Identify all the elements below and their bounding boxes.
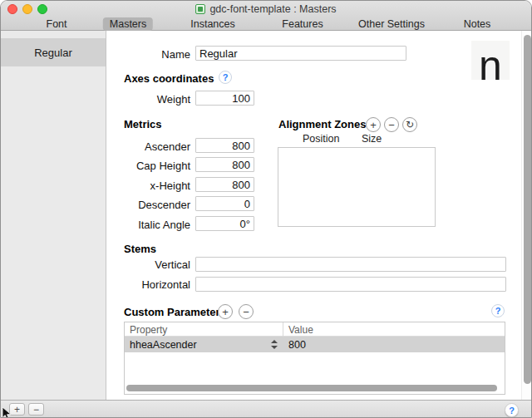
descender-input[interactable] (195, 196, 254, 211)
tab-notes[interactable]: Notes (457, 17, 498, 31)
sidebar-item-regular[interactable]: Regular (1, 38, 106, 66)
tab-other-settings[interactable]: Other Settings (352, 17, 431, 31)
vertical-stems-label: Vertical (99, 258, 190, 271)
footer-bar: + − ? (1, 400, 531, 418)
zones-position-header: Position (303, 133, 339, 145)
value-column-header: Value (288, 324, 313, 336)
custom-parameter-table: Property Value hheaAscender 800 (124, 322, 505, 395)
question-mark-icon: ? (509, 406, 515, 416)
horizontal-stems-label: Horizontal (99, 278, 190, 291)
table-row[interactable]: hheaAscender 800 (125, 337, 505, 352)
metrics-section-title: Metrics (124, 118, 162, 130)
italic-angle-input[interactable] (195, 216, 254, 231)
glyph-preview-letter: n (479, 55, 502, 78)
tab-font[interactable]: Font (39, 17, 73, 31)
title-bar: gdc-font-template : Masters (1, 1, 531, 17)
parameter-add-button[interactable]: + (218, 304, 233, 319)
axes-help-button[interactable]: ? (219, 71, 232, 84)
ascender-label: Ascender (99, 140, 190, 153)
app-window: gdc-font-template : Masters Font Masters… (0, 0, 532, 418)
minus-icon: − (243, 307, 249, 317)
tab-instances[interactable]: Instances (184, 17, 242, 31)
alignment-zones-list[interactable] (278, 147, 436, 227)
plus-icon: + (222, 307, 229, 317)
remove-master-button[interactable]: − (28, 403, 44, 416)
window-title: gdc-font-template : Masters (209, 3, 336, 15)
axes-section-title: Axes coordinates (124, 72, 214, 85)
vertical-scrollbar-thumb[interactable] (524, 35, 531, 384)
weight-label: Weight (99, 93, 190, 106)
mouse-cursor-icon (2, 407, 12, 418)
vertical-stems-input[interactable] (195, 257, 506, 272)
ascender-input[interactable] (195, 138, 254, 153)
italic-angle-label: Italic Angle (99, 219, 190, 231)
sidebar-item-label: Regular (34, 47, 72, 59)
glyph-preview: n (471, 41, 510, 80)
minus-icon: − (388, 120, 395, 130)
tab-masters[interactable]: Masters (103, 17, 153, 31)
tab-bar: Font Masters Instances Features Other Se… (1, 17, 531, 31)
property-column-header: Property (130, 324, 167, 336)
tab-features[interactable]: Features (275, 17, 329, 31)
master-settings-panel: Name n Axes coordinates ? Weight Metrics… (107, 31, 532, 400)
cap-height-label: Cap Height (99, 160, 190, 172)
alignment-zones-title: Alignment Zones (278, 118, 366, 130)
column-divider (283, 322, 283, 337)
horizontal-stems-input[interactable] (195, 277, 506, 292)
parameter-remove-button[interactable]: − (239, 304, 254, 319)
zones-size-header: Size (362, 133, 382, 145)
horizontal-scrollbar-thumb[interactable] (126, 385, 497, 391)
stems-section-title: Stems (124, 243, 156, 255)
descender-label: Descender (99, 199, 190, 211)
table-header: Property Value (125, 322, 505, 337)
masters-sidebar: Regular (1, 31, 106, 400)
zone-add-button[interactable]: + (366, 117, 381, 132)
parameter-property: hheaAscender (130, 339, 197, 351)
zone-refresh-button[interactable]: ↻ (402, 117, 417, 132)
name-input[interactable] (195, 46, 406, 61)
refresh-icon: ↻ (406, 120, 414, 130)
plus-icon: + (370, 120, 377, 130)
cap-height-input[interactable] (195, 157, 254, 172)
parameter-help-button[interactable]: ? (491, 304, 505, 317)
weight-input[interactable] (195, 91, 254, 106)
plus-icon: + (14, 405, 20, 415)
minus-icon: − (33, 405, 39, 415)
custom-parameter-title: Custom Parameter (124, 306, 220, 318)
name-label: Name (99, 48, 190, 61)
zone-remove-button[interactable]: − (384, 117, 399, 132)
x-height-input[interactable] (195, 177, 254, 192)
chevron-up-down-icon[interactable] (269, 339, 278, 350)
document-icon (195, 4, 205, 14)
x-height-label: x-Height (99, 179, 190, 192)
parameter-value: 800 (288, 339, 306, 351)
help-button[interactable]: ? (505, 403, 519, 417)
